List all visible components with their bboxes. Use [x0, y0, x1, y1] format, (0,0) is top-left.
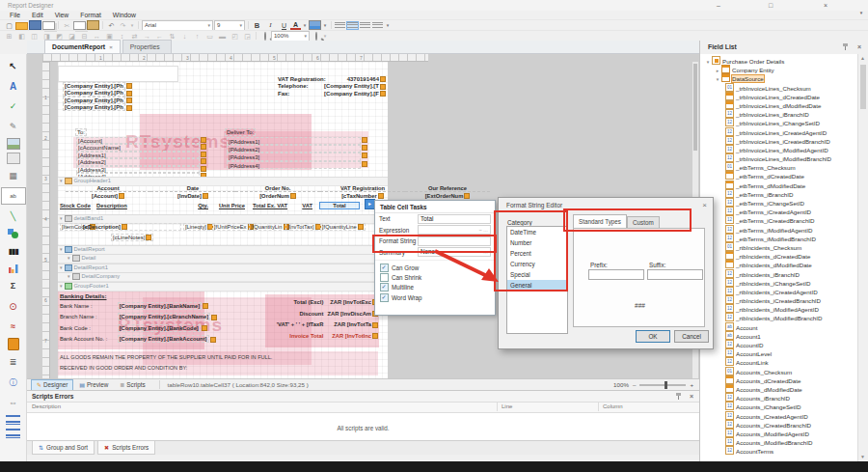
- zoom-slider-thumb[interactable]: [665, 381, 667, 389]
- font-family-combo[interactable]: Arial ▾: [142, 20, 213, 31]
- font-style-button[interactable]: B: [252, 21, 262, 30]
- field-list-item[interactable]: AccountLink: [704, 357, 859, 366]
- tree-node-table[interactable]: ▾DataSource: [704, 73, 859, 82]
- total-row-value[interactable]: ZAR [InvDiscAm: [325, 310, 371, 319]
- toolbox-tool[interactable]: ▦: [2, 167, 25, 184]
- order-header-cell[interactable]: VAT Registration: [320, 185, 405, 192]
- smart-tag-icon[interactable]: [358, 224, 364, 230]
- field-list-item[interactable]: _trbInvoiceLines_dModifiedDate: [704, 100, 859, 109]
- item-column-header[interactable]: VAT: [291, 203, 312, 208]
- order-value-cell[interactable]: [InvDate]: [150, 193, 235, 199]
- close-panel-icon[interactable]: ×: [857, 41, 861, 54]
- field-list-item[interactable]: _etbTerms_iCreatedBranchID: [704, 215, 859, 224]
- document-tab[interactable]: Properties: [122, 40, 172, 53]
- color-button[interactable]: ▾: [302, 21, 308, 30]
- order-value-cell[interactable]: [Account]: [66, 193, 150, 199]
- detail-field[interactable]: [Lineqty]: [183, 223, 215, 231]
- smart-tag-icon[interactable]: [372, 333, 378, 339]
- field-list-item[interactable]: Accounts_iCreatedBranchID: [704, 420, 859, 429]
- band-detail-company[interactable]: ▾DetailCompany: [58, 272, 395, 282]
- smart-tag-icon[interactable]: [290, 193, 296, 199]
- field-list-scrollbar[interactable]: ▲ ▼: [857, 54, 868, 461]
- toolbox-tool[interactable]: ⇔: [2, 394, 25, 411]
- delivery-address-field[interactable]: [PAddress2]: [227, 145, 361, 153]
- smart-tag-icon[interactable]: [211, 315, 217, 320]
- column-header[interactable]: Column: [598, 403, 623, 411]
- checkbox-icon[interactable]: [380, 273, 389, 282]
- zoom-in-button[interactable]: +: [690, 381, 693, 388]
- maximize-button[interactable]: □: [762, 1, 779, 10]
- field-list-item[interactable]: _rtbIncidents_Checksum: [704, 242, 859, 251]
- alignment-button[interactable]: [347, 22, 358, 29]
- layout-toolbar-icon[interactable]: ▬: [217, 32, 228, 41]
- toolbox-tool[interactable]: [7, 153, 20, 164]
- zoom-out-button[interactable]: –: [633, 381, 636, 388]
- toolbar-icon[interactable]: ✂: [62, 21, 72, 30]
- field-list-item[interactable]: Accounts_iModifiedAgentID: [704, 429, 859, 437]
- close-tab-icon[interactable]: ×: [109, 44, 113, 50]
- prefix-input[interactable]: [588, 269, 644, 280]
- collapse-icon[interactable]: ▾: [60, 283, 63, 289]
- toolbar-icon[interactable]: ↷: [118, 21, 128, 30]
- toolbox-tool[interactable]: Σ: [2, 277, 25, 294]
- toolbox-tool[interactable]: ▮▮▮: [2, 242, 25, 260]
- smart-tag-icon[interactable]: [202, 325, 207, 331]
- chevron-icon[interactable]: ▾: [714, 75, 721, 84]
- total-row-value[interactable]: ZAR [InvTotInc: [325, 332, 371, 341]
- smart-tag-icon[interactable]: [380, 91, 386, 97]
- field-list-item[interactable]: Account1: [704, 331, 859, 340]
- panel-tab[interactable]: ⇅ Group and Sort: [32, 441, 95, 455]
- panel-tab[interactable]: ✖ Scripts Errors: [97, 441, 155, 455]
- field-list-item[interactable]: _trbInvoiceLines_iModifiedAgentID: [704, 145, 859, 153]
- address-field[interactable]: [Address1]: [76, 152, 200, 158]
- toolbox-tool[interactable]: [7, 263, 20, 274]
- toolbar-icon[interactable]: [87, 20, 99, 30]
- bank-row-value[interactable]: [Company Entity].[cBranchName]: [118, 313, 210, 320]
- report-page[interactable]: RTsystems RTsystems [Company Entity].[Ph…: [58, 62, 388, 378]
- item-column-header[interactable]: Total: [320, 203, 359, 208]
- toolbox-tool[interactable]: [7, 138, 20, 150]
- field-list-item[interactable]: _etbTerms_Checksum: [704, 162, 859, 171]
- zoom-slider[interactable]: [639, 384, 686, 386]
- toolbox-tool[interactable]: ≣: [2, 353, 25, 371]
- font-size-combo[interactable]: 9 ▾: [214, 20, 245, 31]
- task-value-field[interactable]: [418, 225, 491, 235]
- company-entity-field[interactable]: [Company Entity].[Ph: [63, 103, 125, 111]
- delivery-address-field[interactable]: [PAddress3]: [227, 153, 361, 160]
- field-list-item[interactable]: AccountID: [704, 340, 859, 348]
- alignment-button[interactable]: [372, 22, 383, 29]
- smart-tag-icon[interactable]: [464, 193, 470, 199]
- field-list-item[interactable]: Account: [704, 322, 859, 331]
- view-tab[interactable]: ▤ Preview: [73, 379, 114, 391]
- smart-tag-icon[interactable]: [362, 153, 367, 158]
- order-header-cell[interactable]: Account: [66, 185, 150, 192]
- address-field[interactable]: [Address3]: [76, 166, 200, 173]
- close-dialog-icon[interactable]: ×: [702, 198, 707, 212]
- layout-toolbar-icon[interactable]: ↑: [192, 32, 203, 41]
- toolbox-tool[interactable]: ⊙: [2, 297, 25, 315]
- smart-tag-icon[interactable]: [378, 193, 384, 199]
- toolbar-icon[interactable]: [15, 22, 28, 30]
- field-list-item[interactable]: Accounts_iChangeSetID: [704, 402, 859, 410]
- close-panel-icon[interactable]: ×: [690, 391, 693, 402]
- tree-node-root[interactable]: ▾Purchase Order Details: [704, 56, 859, 65]
- detail-field[interactable]: [fQuantityLine: [320, 223, 366, 231]
- field-list-item[interactable]: _rtbIncidents_iChangeSetID: [704, 278, 859, 287]
- detail-field[interactable]: [fQuantityLin: [249, 223, 291, 231]
- contact-value[interactable]: [Company Entity].[T: [324, 83, 379, 89]
- item-column-header[interactable]: Qty.: [181, 203, 208, 208]
- order-header-cell[interactable]: Order No.: [235, 185, 320, 192]
- order-value-cell[interactable]: [ExtOrderNum: [405, 193, 490, 199]
- bank-row-value[interactable]: [Company Entity].[BankAccount]: [118, 335, 209, 343]
- suffix-input[interactable]: [647, 269, 703, 280]
- order-value-cell[interactable]: [OrderNum: [235, 193, 320, 199]
- layout-toolbar-icon[interactable]: ◧: [16, 32, 27, 41]
- collapse-icon[interactable]: ▾: [60, 264, 63, 270]
- total-row-value[interactable]: ZAR [InvTotExc: [325, 298, 371, 307]
- smart-tag-icon[interactable]: [362, 145, 367, 151]
- item-column-header[interactable]: Total Ex. VAT: [249, 203, 287, 208]
- smart-tag-icon[interactable]: [201, 137, 206, 143]
- total-row-value[interactable]: ZAR [InvTotTa: [325, 320, 371, 329]
- menu-item[interactable]: Edit: [32, 12, 43, 18]
- scroll-down-icon[interactable]: ▼: [858, 453, 867, 461]
